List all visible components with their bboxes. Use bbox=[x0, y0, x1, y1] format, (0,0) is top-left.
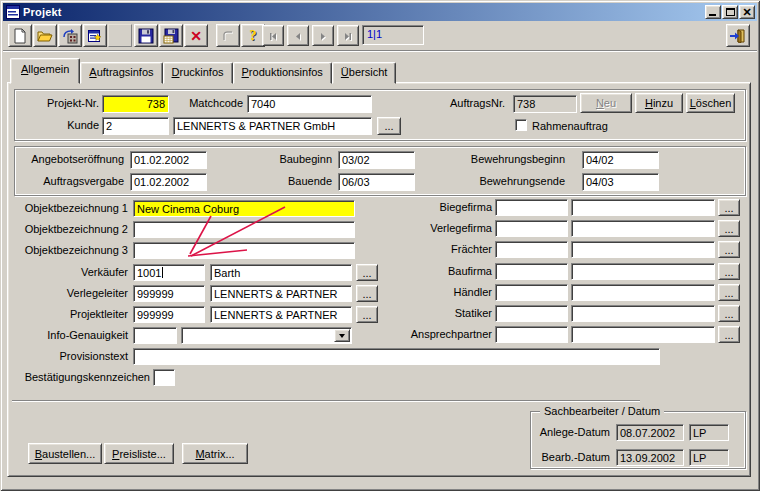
biegefirma-label: Biegefirma bbox=[370, 199, 492, 216]
nav-next-icon bbox=[317, 30, 329, 42]
objektbezeichnung3-field[interactable] bbox=[133, 242, 355, 259]
help-question-icon: ? bbox=[250, 28, 257, 44]
undo-button bbox=[216, 24, 240, 47]
open-button[interactable] bbox=[33, 24, 57, 47]
ansprechpartner-name-field[interactable] bbox=[571, 326, 715, 343]
verlegefirma-nr-field[interactable] bbox=[495, 220, 568, 237]
verkaeufer-label: Verkäufer bbox=[10, 264, 128, 281]
minimize-icon bbox=[709, 14, 716, 16]
nav-last-icon bbox=[342, 30, 354, 42]
matrix-button[interactable]: Matrix... bbox=[182, 443, 248, 464]
minimize-button[interactable] bbox=[705, 5, 721, 19]
bewehrungsbeginn-label: Bewehrungsbeginn bbox=[430, 151, 565, 168]
form-button[interactable] bbox=[83, 24, 107, 47]
provisionstext-field[interactable] bbox=[133, 348, 660, 365]
toolbar-separator bbox=[3, 50, 757, 52]
window-icon bbox=[6, 5, 20, 19]
window-title: Projekt bbox=[23, 6, 62, 18]
tab-produktionsinfos[interactable]: Produktionsinfos bbox=[233, 62, 332, 84]
objektbezeichnung1-label: Objektbezeichnung 1 bbox=[10, 200, 128, 217]
statiker-name-field[interactable] bbox=[571, 305, 715, 322]
bestaetigungskennzeichen-label: Bestätigungskennzeichen bbox=[10, 369, 150, 386]
fraechter-name-field[interactable] bbox=[571, 241, 715, 258]
baubeginn-field[interactable]: 03/02 bbox=[338, 151, 415, 169]
tab-allgemein[interactable]: Allgemein bbox=[10, 58, 80, 84]
biegefirma-nr-field[interactable] bbox=[495, 199, 568, 216]
tab-druckinfos[interactable]: Druckinfos bbox=[163, 62, 233, 84]
fraechter-label: Frächter bbox=[370, 241, 492, 258]
haendler-label: Händler bbox=[370, 284, 492, 301]
matchcode-label: Matchcode bbox=[160, 95, 243, 112]
projektleiter-nr-field[interactable]: 999999 bbox=[133, 306, 205, 323]
auftragsvergabe-field[interactable]: 01.02.2002 bbox=[130, 173, 207, 191]
exit-button[interactable] bbox=[726, 24, 750, 47]
ansprechpartner-lookup-button[interactable]: ... bbox=[718, 326, 740, 343]
delete-button[interactable]: ✕ bbox=[184, 24, 208, 47]
baustellen-button[interactable]: Baustellen... bbox=[28, 443, 102, 464]
statiker-label: Statiker bbox=[370, 305, 492, 322]
info-genauigkeit-label: Info-Genauigkeit bbox=[10, 327, 128, 344]
save-copy-icon bbox=[163, 28, 179, 44]
kunde-name-field[interactable]: LENNERTS & PARTNER GmbH bbox=[173, 117, 372, 135]
kunde-nr-field[interactable]: 2 bbox=[102, 117, 169, 135]
fraechter-lookup-button[interactable]: ... bbox=[718, 241, 740, 258]
rahmenauftrag-checkbox[interactable] bbox=[515, 119, 527, 131]
tab-uebersicht[interactable]: Übersicht bbox=[332, 62, 396, 84]
angebotseroeffnung-field[interactable]: 01.02.2002 bbox=[130, 151, 207, 169]
save-copy-button[interactable] bbox=[159, 24, 183, 47]
bewehrungsbeginn-field[interactable]: 04/02 bbox=[582, 151, 659, 169]
matchcode-field[interactable]: 7040 bbox=[247, 95, 372, 113]
delete-x-icon: ✕ bbox=[190, 29, 202, 43]
save-button[interactable] bbox=[134, 24, 158, 47]
verkaeufer-name-field[interactable]: Barth bbox=[210, 264, 352, 281]
verlegefirma-name-field[interactable] bbox=[571, 220, 715, 237]
anlege-user-field: LP bbox=[689, 424, 729, 441]
building-icon bbox=[62, 28, 78, 44]
info-genauigkeit-code-field[interactable] bbox=[133, 327, 177, 344]
verlegeleiter-nr-field[interactable]: 999999 bbox=[133, 285, 205, 302]
kunde-lookup-button[interactable]: ... bbox=[377, 117, 401, 135]
objektbezeichnung2-field[interactable] bbox=[133, 221, 355, 238]
biegefirma-name-field[interactable] bbox=[571, 199, 715, 216]
baufirma-lookup-button[interactable]: ... bbox=[718, 263, 740, 280]
haendler-name-field[interactable] bbox=[571, 284, 715, 301]
projekt-nr-field[interactable]: 738 bbox=[102, 95, 169, 113]
tab-auftragsinfos[interactable]: Auftragsinfos bbox=[80, 62, 162, 84]
form-divider bbox=[12, 400, 640, 402]
dropdown-button[interactable] bbox=[334, 329, 350, 342]
statiker-nr-field[interactable] bbox=[495, 305, 568, 322]
biegefirma-lookup-button[interactable]: ... bbox=[718, 199, 740, 216]
fraechter-nr-field[interactable] bbox=[495, 241, 568, 258]
baufirma-nr-field[interactable] bbox=[495, 263, 568, 280]
new-button[interactable] bbox=[8, 24, 32, 47]
bewehrungsende-field[interactable]: 04/03 bbox=[582, 173, 659, 191]
maximize-button[interactable] bbox=[722, 5, 738, 19]
company-button[interactable] bbox=[58, 24, 82, 47]
info-genauigkeit-dropdown[interactable] bbox=[181, 327, 352, 344]
verlegeleiter-name-field[interactable]: LENNERTS & PARTNER bbox=[210, 285, 352, 302]
provisionstext-label: Provisionstext bbox=[10, 348, 128, 365]
objektbezeichnung1-field[interactable]: New Cinema Coburg bbox=[133, 200, 355, 217]
bauende-field[interactable]: 06/03 bbox=[338, 173, 415, 191]
close-button[interactable]: ✕ bbox=[739, 5, 755, 19]
baufirma-name-field[interactable] bbox=[571, 263, 715, 280]
statiker-lookup-button[interactable]: ... bbox=[718, 305, 740, 322]
haendler-lookup-button[interactable]: ... bbox=[718, 284, 740, 301]
preisliste-button[interactable]: Preisliste... bbox=[104, 443, 174, 464]
verkaeufer-nr-field[interactable]: 1001 bbox=[133, 264, 205, 281]
projekt-nr-label: Projekt-Nr. bbox=[14, 95, 99, 112]
nav-first-icon bbox=[267, 30, 279, 42]
haendler-nr-field[interactable] bbox=[495, 284, 568, 301]
nav-prev-button bbox=[287, 25, 309, 46]
ansprechpartner-nr-field[interactable] bbox=[495, 326, 568, 343]
anlege-datum-field: 08.07.2002 bbox=[616, 424, 684, 441]
nav-last-button bbox=[337, 25, 359, 46]
verkaeufer-nr-value: 1001 bbox=[137, 267, 161, 280]
anlege-datum-label: Anlege-Datum bbox=[533, 424, 610, 441]
projektleiter-name-field[interactable]: LENNERTS & PARTNER bbox=[210, 306, 352, 323]
loeschen-button[interactable]: Löschen bbox=[686, 93, 735, 113]
hinzu-button[interactable]: Hinzu bbox=[635, 93, 683, 113]
verlegefirma-lookup-button[interactable]: ... bbox=[718, 220, 740, 237]
new-document-icon bbox=[12, 28, 28, 44]
bestaetigungskennzeichen-field[interactable] bbox=[153, 369, 175, 386]
